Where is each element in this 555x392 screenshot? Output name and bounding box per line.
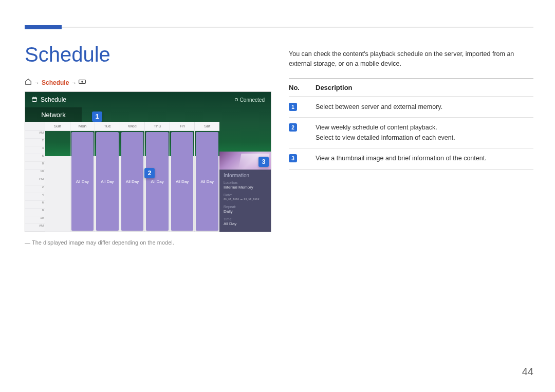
row-badge: 1 [289, 103, 297, 111]
row-desc: View a thumbnail image and brief informa… [316, 154, 533, 163]
table-head-no: No. [289, 84, 316, 91]
day-column: Sun [45, 122, 70, 232]
callout-badge-2: 2 [144, 168, 155, 178]
day-column: SatAll Day [194, 122, 219, 232]
connected-status: Connected [235, 97, 265, 103]
callout-badge-3: 3 [258, 157, 269, 167]
callout-badge-1: 1 [92, 111, 102, 122]
connected-label: Connected [240, 97, 265, 103]
row-desc: Select between server and external memor… [316, 102, 533, 112]
table-head-desc: Description [316, 84, 353, 91]
footnote: ―The displayed image may differ dependin… [25, 239, 174, 246]
row-desc: View weekly schedule of content playback… [316, 123, 533, 143]
schedule-event: All Day [146, 132, 169, 231]
breadcrumb: → Schedule → [25, 78, 86, 87]
calendar-icon [31, 96, 38, 104]
page-top-divider [25, 27, 533, 28]
connected-dot-icon [235, 98, 238, 101]
schedule-event: All Day [171, 132, 194, 231]
day-column: FriAll Day [170, 122, 195, 232]
svg-rect-2 [32, 97, 37, 101]
arrow-right-icon: → [71, 80, 77, 86]
info-body: Information Location:Internal Memory Dat… [219, 170, 271, 232]
svg-point-1 [82, 81, 83, 82]
arrow-right-icon: → [34, 80, 40, 86]
page-number: 44 [522, 366, 533, 378]
day-column: MonAll Day [70, 122, 95, 232]
intro-text: You can check the content's playback sch… [289, 49, 533, 69]
row-badge: 3 [289, 154, 297, 162]
day-column: WedAll Day [120, 122, 145, 232]
info-title: Information [224, 173, 267, 178]
day-column: TueAll Day [95, 122, 120, 232]
schedule-event: All Day [196, 132, 218, 231]
time-column: AM 2 4 6 8 10 PM 2 4 6 8 10 AM [25, 122, 45, 232]
page-title: Schedule [25, 43, 110, 66]
row-badge: 2 [289, 123, 297, 132]
breadcrumb-schedule: Schedule [42, 79, 69, 86]
network-tab-label: Network [41, 111, 66, 119]
time-ticks: AM 2 4 6 8 10 PM 2 4 6 8 10 AM [25, 131, 45, 232]
schedule-screenshot: Schedule Connected Network 1 AM 2 4 6 8 … [25, 91, 271, 232]
schedule-event: All Day [71, 132, 94, 231]
schedule-event: All Day [96, 132, 119, 231]
table-row: 2 View weekly schedule of content playba… [289, 118, 533, 148]
table-head: No. Description [289, 78, 533, 97]
description-table: No. Description 1 Select between server … [289, 78, 533, 170]
table-row: 1 Select between server and external mem… [289, 97, 533, 118]
table-row: 3 View a thumbnail image and brief infor… [289, 148, 533, 169]
screenshot-header: Schedule Connected [25, 92, 271, 107]
screenshot-title: Schedule [41, 96, 66, 103]
schedule-event: All Day [121, 132, 144, 231]
home-icon [25, 78, 32, 87]
network-tab: Network [25, 107, 82, 122]
days-columns: Sun MonAll Day TueAll Day WedAll Day Thu… [45, 122, 219, 232]
enter-icon [79, 78, 86, 87]
